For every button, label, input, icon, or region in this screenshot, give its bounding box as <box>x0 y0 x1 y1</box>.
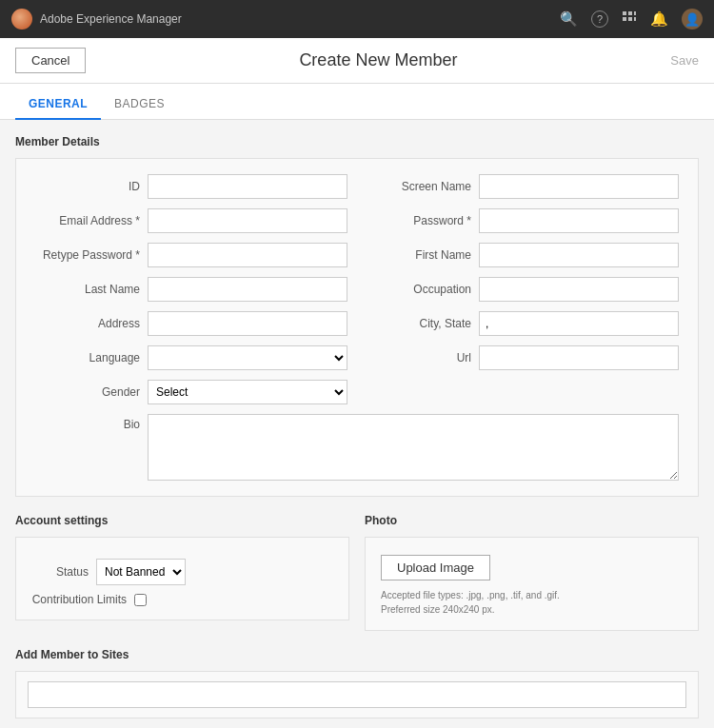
contrib-label: Contribution Limits <box>31 593 127 606</box>
address-col: Address <box>35 311 347 336</box>
retype-password-label: Retype Password * <box>35 248 140 262</box>
last-name-label: Last Name <box>35 283 140 296</box>
city-state-col: City, State <box>367 311 679 336</box>
account-photo-row: Account settings Status Not Banned Banne… <box>15 514 699 631</box>
password-label: Password * <box>367 214 471 227</box>
language-label: Language <box>35 351 140 364</box>
member-details-card: ID Screen Name Email Address * <box>15 158 699 497</box>
password-col: Password * <box>367 208 679 233</box>
tabs-bar: General Badges <box>0 84 714 120</box>
app-title: Adobe Experience Manager <box>40 12 182 26</box>
svg-rect-5 <box>634 17 636 21</box>
city-state-row: City, State <box>367 311 679 336</box>
cancel-button[interactable]: Cancel <box>15 48 86 73</box>
gender-select[interactable]: Select <box>148 380 347 404</box>
photo-card-inner: Upload Image Accepted file types: .jpg, … <box>381 551 683 617</box>
address-input[interactable] <box>148 311 347 336</box>
contrib-row: Contribution Limits <box>31 593 333 606</box>
apps-icon[interactable] <box>622 10 637 29</box>
retype-password-input[interactable] <box>148 243 347 267</box>
language-col: Language <box>35 345 347 370</box>
occupation-row: Occupation <box>367 277 679 302</box>
language-row: Language <box>35 345 347 370</box>
top-bar-left: Adobe Experience Manager <box>11 9 182 30</box>
bio-label: Bio <box>35 414 140 431</box>
screen-name-label: Screen Name <box>367 180 471 193</box>
address-row: Address <box>35 311 347 336</box>
status-select[interactable]: Not Banned Banned <box>96 559 186 585</box>
svg-rect-0 <box>623 11 626 15</box>
gender-col: Gender Select <box>35 380 347 404</box>
retype-password-row: Retype Password * <box>35 243 347 267</box>
sites-input[interactable] <box>28 681 686 708</box>
svg-rect-3 <box>623 17 626 21</box>
account-settings-section: Account settings Status Not Banned Banne… <box>15 514 349 631</box>
url-row: Url <box>367 345 679 370</box>
email-label: Email Address * <box>35 214 140 227</box>
first-name-input[interactable] <box>479 243 679 267</box>
screen-name-input[interactable] <box>479 174 679 199</box>
bell-icon[interactable]: 🔔 <box>650 10 668 28</box>
aem-logo-icon <box>11 9 32 30</box>
account-settings-card: Status Not Banned Banned Contribution Li… <box>15 537 349 620</box>
photo-section: Photo Upload Image Accepted file types: … <box>365 514 699 631</box>
left-column: ID <box>35 174 347 199</box>
screen-name-row: Screen Name <box>367 174 679 199</box>
status-label: Status <box>31 565 89 579</box>
svg-rect-1 <box>628 11 632 15</box>
email-row: Email Address * <box>35 208 347 233</box>
photo-title: Photo <box>365 514 699 527</box>
id-label: ID <box>35 180 140 193</box>
gender-row: Gender Select <box>35 380 347 404</box>
sites-card <box>15 671 699 718</box>
email-col: Email Address * <box>35 208 347 233</box>
password-row: Password * <box>367 208 679 233</box>
bio-textarea[interactable] <box>148 414 679 481</box>
member-details-form: ID Screen Name Email Address * <box>35 174 679 404</box>
upload-hint-line2: Preferred size 240x240 px. <box>381 604 495 615</box>
svg-rect-2 <box>634 11 636 15</box>
user-icon[interactable]: 👤 <box>682 9 703 30</box>
first-name-col: First Name <box>367 243 679 267</box>
url-col: Url <box>367 345 679 370</box>
top-bar-right: 🔍 ? 🔔 👤 <box>560 9 703 30</box>
gender-right-placeholder <box>367 380 679 404</box>
email-input[interactable] <box>148 208 347 233</box>
top-bar: Adobe Experience Manager 🔍 ? 🔔 👤 <box>0 0 714 38</box>
status-row: Status Not Banned Banned <box>31 559 333 585</box>
help-icon[interactable]: ? <box>591 10 608 28</box>
last-name-input[interactable] <box>148 277 347 302</box>
sites-section-title: Add Member to Sites <box>15 648 699 661</box>
save-button[interactable]: Save <box>670 53 699 68</box>
upload-hint-line1: Accepted file types: .jpg, .png, .tif, a… <box>381 590 560 600</box>
right-column-screen-name: Screen Name <box>367 174 679 199</box>
first-name-label: First Name <box>367 248 471 262</box>
photo-card: Upload Image Accepted file types: .jpg, … <box>365 537 699 631</box>
search-icon[interactable]: 🔍 <box>560 10 578 28</box>
contrib-checkbox[interactable] <box>134 594 147 606</box>
main-content: Member Details ID Screen Name <box>0 120 714 728</box>
upload-hint: Accepted file types: .jpg, .png, .tif, a… <box>381 588 560 617</box>
tab-badges[interactable]: Badges <box>101 89 178 120</box>
last-name-col: Last Name <box>35 277 347 302</box>
id-input[interactable] <box>148 174 347 199</box>
upload-image-button[interactable]: Upload Image <box>381 555 490 580</box>
occupation-col: Occupation <box>367 277 679 302</box>
tab-general[interactable]: General <box>15 89 101 120</box>
svg-rect-4 <box>628 17 632 21</box>
occupation-label: Occupation <box>367 283 471 296</box>
url-label: Url <box>367 351 471 364</box>
retype-col: Retype Password * <box>35 243 347 267</box>
language-select[interactable] <box>148 345 347 370</box>
city-state-input[interactable] <box>479 311 679 336</box>
password-input[interactable] <box>479 208 679 233</box>
last-name-row: Last Name <box>35 277 347 302</box>
toolbar: Cancel Create New Member Save <box>0 38 714 84</box>
gender-label: Gender <box>35 385 140 399</box>
url-input[interactable] <box>479 345 679 370</box>
first-name-row: First Name <box>367 243 679 267</box>
occupation-input[interactable] <box>479 277 679 302</box>
page-title: Create New Member <box>299 50 457 70</box>
city-state-label: City, State <box>367 317 471 330</box>
bio-row: Bio <box>35 414 679 481</box>
